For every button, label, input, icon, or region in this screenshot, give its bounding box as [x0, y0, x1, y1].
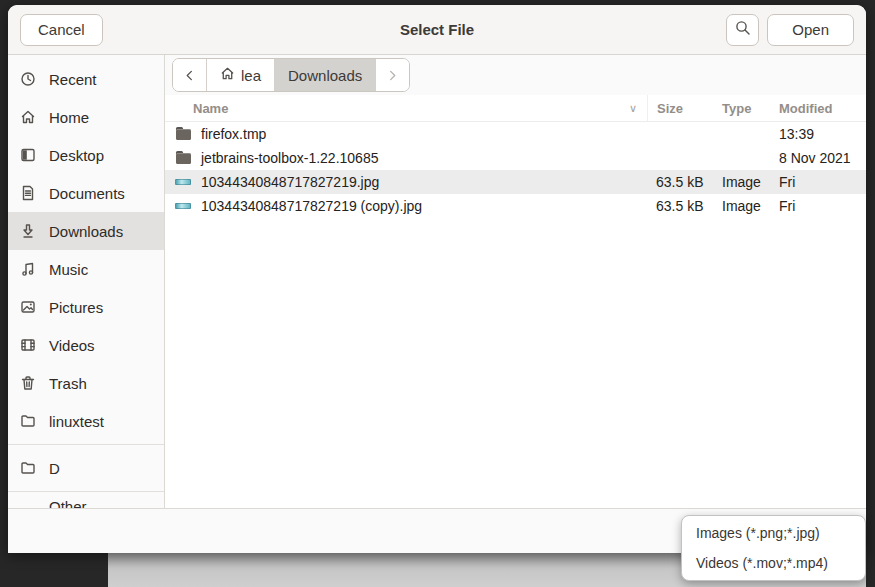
- sidebar-item-label: Home: [49, 109, 89, 126]
- column-header-modified[interactable]: Modified: [770, 95, 866, 121]
- desktop-icon: [20, 147, 36, 163]
- file-size: 63.5 kB: [647, 174, 713, 190]
- file-modified: 8 Nov 2021: [770, 150, 866, 166]
- column-header-size[interactable]: Size: [647, 95, 713, 121]
- file-modified: Fri: [770, 174, 866, 190]
- file-chooser-dialog: Select File Cancel Open Recent Home Desk…: [8, 5, 866, 553]
- table-row[interactable]: 10344340848717827219 (copy).jpg 63.5 kB …: [165, 194, 866, 218]
- pathbar-strip: lea Downloads: [165, 55, 866, 95]
- places-sidebar: Recent Home Desktop Documents Downloads …: [8, 55, 165, 508]
- sidebar-item-pictures[interactable]: Pictures: [8, 288, 164, 326]
- file-modified: 13:39: [770, 126, 866, 142]
- cancel-button[interactable]: Cancel: [20, 14, 103, 46]
- file-name: firefox.tmp: [201, 126, 266, 142]
- file-name: 10344340848717827219.jpg: [201, 174, 379, 190]
- folder-icon: [175, 150, 192, 166]
- file-modified: Fri: [770, 198, 866, 214]
- file-filter-popup: Images (*.png;*.jpg) Videos (*.mov;*.mp4…: [681, 515, 866, 581]
- sidebar-item-music[interactable]: Music: [8, 250, 164, 288]
- column-headers: Name ∨ Size Type Modified: [165, 95, 866, 122]
- sidebar-item-linuxtest[interactable]: linuxtest: [8, 402, 164, 440]
- music-icon: [20, 261, 36, 277]
- sidebar-item-trash[interactable]: Trash: [8, 364, 164, 402]
- sidebar-item-label: Desktop: [49, 147, 104, 164]
- sidebar-item-label: Documents: [49, 185, 125, 202]
- pathbar-home-label: lea: [241, 67, 261, 84]
- table-row[interactable]: jetbrains-toolbox-1.22.10685 8 Nov 2021: [165, 146, 866, 170]
- magnifier-icon: [735, 20, 751, 39]
- other-locations-icon: [20, 507, 36, 508]
- sidebar-item-label: Other Locations: [49, 498, 152, 508]
- sidebar-item-downloads[interactable]: Downloads: [8, 212, 164, 250]
- sidebar-item-label: Music: [49, 261, 88, 278]
- file-name: jetbrains-toolbox-1.22.10685: [201, 150, 378, 166]
- filter-option-videos[interactable]: Videos (*.mov;*.mp4): [682, 548, 865, 578]
- sidebar-item-label: Videos: [49, 337, 95, 354]
- file-name: 10344340848717827219 (copy).jpg: [201, 198, 422, 214]
- pathbar: lea Downloads: [172, 58, 410, 92]
- sidebar-item-label: D: [49, 460, 60, 477]
- sort-chevron-down-icon: ∨: [629, 102, 637, 115]
- sidebar-item-desktop[interactable]: Desktop: [8, 136, 164, 174]
- downloads-icon: [20, 223, 36, 239]
- pathbar-current-button[interactable]: Downloads: [275, 59, 376, 91]
- pathbar-home-button[interactable]: lea: [207, 59, 275, 91]
- filter-option-images[interactable]: Images (*.png;*.jpg): [682, 518, 865, 548]
- sidebar-item-label: linuxtest: [49, 413, 104, 430]
- sidebar-item-recent[interactable]: Recent: [8, 60, 164, 98]
- sidebar-separator: [8, 491, 164, 492]
- open-button[interactable]: Open: [767, 14, 854, 46]
- folder-icon: [175, 126, 192, 142]
- documents-icon: [20, 185, 36, 201]
- file-list: Name ∨ Size Type Modified firefox.tmp 13…: [165, 95, 866, 508]
- file-type: Image: [713, 174, 770, 190]
- sidebar-item-home[interactable]: Home: [8, 98, 164, 136]
- column-header-type[interactable]: Type: [713, 95, 770, 121]
- videos-icon: [20, 337, 36, 353]
- folder-icon: [20, 460, 36, 476]
- sidebar-item-label: Recent: [49, 71, 97, 88]
- table-row[interactable]: firefox.tmp 13:39: [165, 122, 866, 146]
- home-icon: [20, 109, 36, 125]
- pictures-icon: [20, 299, 36, 315]
- dialog-content: Recent Home Desktop Documents Downloads …: [8, 55, 866, 508]
- main-pane: lea Downloads Name ∨ Size Type: [165, 55, 866, 508]
- back-button[interactable]: [173, 59, 207, 91]
- chevron-right-icon: [387, 67, 398, 84]
- headerbar: Select File Cancel Open: [8, 5, 866, 55]
- column-header-name[interactable]: Name ∨: [165, 101, 647, 116]
- table-row-selected[interactable]: 10344340848717827219.jpg 63.5 kB Image F…: [165, 170, 866, 194]
- sidebar-item-label: Trash: [49, 375, 87, 392]
- file-type: Image: [713, 198, 770, 214]
- sidebar-separator: [8, 444, 164, 445]
- trash-icon: [20, 375, 36, 391]
- home-icon: [220, 66, 235, 84]
- sidebar-item-d[interactable]: D: [8, 449, 164, 487]
- sidebar-item-label: Pictures: [49, 299, 103, 316]
- image-thumbnail-icon: [175, 174, 192, 190]
- sidebar-item-other-locations[interactable]: Other Locations: [8, 496, 164, 508]
- folder-icon: [20, 413, 36, 429]
- search-button[interactable]: [726, 14, 759, 46]
- file-size: 63.5 kB: [647, 198, 713, 214]
- forward-button[interactable]: [376, 59, 409, 91]
- sidebar-item-documents[interactable]: Documents: [8, 174, 164, 212]
- sidebar-item-label: Downloads: [49, 223, 123, 240]
- chevron-left-icon: [184, 67, 195, 84]
- sidebar-item-videos[interactable]: Videos: [8, 326, 164, 364]
- recent-clock-icon: [20, 71, 36, 87]
- image-thumbnail-icon: [175, 198, 192, 214]
